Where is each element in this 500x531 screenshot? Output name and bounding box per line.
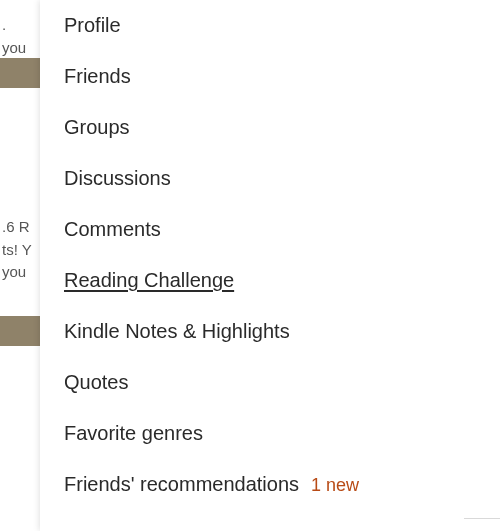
background-content: . you .6 R ts! Y you	[0, 0, 40, 531]
menu-item-label: Favorite genres	[64, 422, 203, 445]
menu-item-label: Quotes	[64, 371, 128, 394]
menu-item-discussions[interactable]: Discussions	[64, 153, 440, 204]
menu-item-label: Profile	[64, 14, 121, 37]
bg-bar	[0, 316, 40, 346]
menu-item-favorite-genres[interactable]: Favorite genres	[64, 408, 440, 459]
menu-item-label: Friends' recommendations	[64, 473, 299, 496]
bg-text-fragment-1: . you	[2, 14, 26, 59]
dropdown-panel: Profile Friends Groups Discussions Comme…	[40, 0, 464, 531]
right-edge	[464, 0, 500, 531]
menu-item-comments[interactable]: Comments	[64, 204, 440, 255]
menu-item-friends-recommendations[interactable]: Friends' recommendations 1 new	[64, 459, 440, 510]
bg-text-line: .	[2, 14, 26, 37]
menu-list: Profile Friends Groups Discussions Comme…	[40, 0, 464, 510]
menu-item-kindle-notes[interactable]: Kindle Notes & Highlights	[64, 306, 440, 357]
menu-item-label: Kindle Notes & Highlights	[64, 320, 290, 343]
bg-text-line: .6 R	[2, 216, 32, 239]
right-divider	[464, 518, 500, 519]
bg-bar	[0, 58, 40, 88]
bg-text-line: you	[2, 37, 26, 60]
menu-item-reading-challenge[interactable]: Reading Challenge	[64, 255, 440, 306]
new-badge: 1 new	[311, 475, 359, 496]
menu-item-label: Discussions	[64, 167, 171, 190]
bg-text-fragment-2: .6 R ts! Y you	[2, 216, 32, 284]
bg-text-line: ts! Y	[2, 239, 32, 262]
menu-item-label: Groups	[64, 116, 130, 139]
menu-item-label: Friends	[64, 65, 131, 88]
menu-item-label: Comments	[64, 218, 161, 241]
menu-item-groups[interactable]: Groups	[64, 102, 440, 153]
bg-text-line: you	[2, 261, 32, 284]
menu-item-friends[interactable]: Friends	[64, 51, 440, 102]
menu-item-label: Reading Challenge	[64, 269, 234, 292]
menu-item-profile[interactable]: Profile	[64, 0, 440, 51]
menu-item-quotes[interactable]: Quotes	[64, 357, 440, 408]
